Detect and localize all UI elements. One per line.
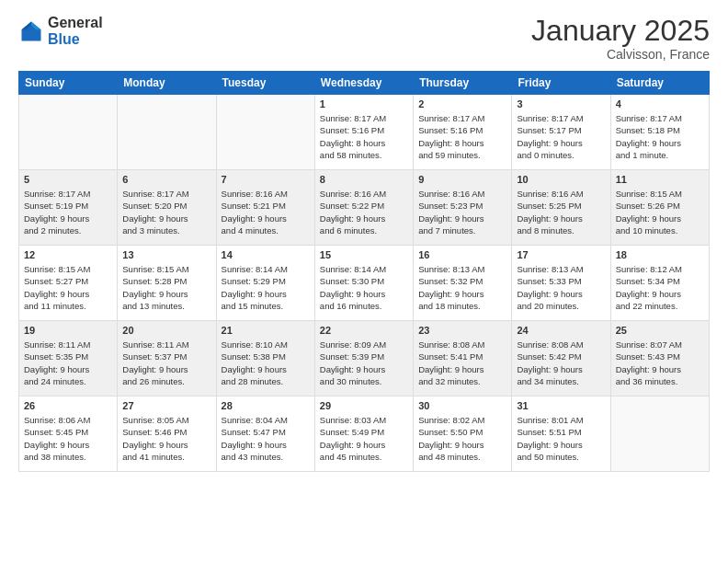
day-info: Sunrise: 8:12 AMSunset: 5:34 PMDaylight:…: [616, 263, 704, 312]
day-info: Sunrise: 8:16 AMSunset: 5:21 PMDaylight:…: [222, 188, 310, 236]
day-info: Sunrise: 8:09 AMSunset: 5:39 PMDaylight:…: [320, 339, 408, 387]
calendar-cell: 12Sunrise: 8:15 AMSunset: 5:27 PMDayligh…: [19, 246, 118, 321]
day-number: 19: [24, 325, 112, 336]
logo-icon: [18, 18, 44, 44]
day-number: 14: [222, 249, 310, 260]
week-row-5: 26Sunrise: 8:06 AMSunset: 5:45 PMDayligh…: [19, 396, 710, 472]
calendar-cell: 20Sunrise: 8:11 AMSunset: 5:37 PMDayligh…: [118, 321, 216, 396]
calendar-cell: 15Sunrise: 8:14 AMSunset: 5:30 PMDayligh…: [314, 246, 413, 321]
day-number: 31: [517, 400, 605, 411]
header-saturday: Saturday: [610, 72, 709, 95]
day-number: 20: [122, 325, 210, 336]
calendar-cell: 31Sunrise: 8:01 AMSunset: 5:51 PMDayligh…: [512, 396, 610, 472]
day-info: Sunrise: 8:01 AMSunset: 5:51 PMDaylight:…: [517, 414, 605, 463]
day-info: Sunrise: 8:17 AMSunset: 5:16 PMDaylight:…: [418, 112, 506, 161]
week-row-2: 5Sunrise: 8:17 AMSunset: 5:19 PMDaylight…: [19, 170, 710, 246]
day-number: 8: [320, 174, 408, 185]
calendar-cell: [19, 95, 118, 170]
day-info: Sunrise: 8:16 AMSunset: 5:22 PMDaylight:…: [320, 188, 408, 236]
calendar-cell: 14Sunrise: 8:14 AMSunset: 5:29 PMDayligh…: [216, 246, 314, 321]
calendar-cell: 5Sunrise: 8:17 AMSunset: 5:19 PMDaylight…: [19, 170, 118, 246]
calendar-cell: 3Sunrise: 8:17 AMSunset: 5:17 PMDaylight…: [512, 95, 610, 170]
day-number: 4: [616, 98, 704, 109]
calendar-cell: 27Sunrise: 8:05 AMSunset: 5:46 PMDayligh…: [118, 396, 216, 472]
header-wednesday: Wednesday: [314, 72, 413, 95]
header-monday: Monday: [118, 72, 216, 95]
calendar-cell: 25Sunrise: 8:07 AMSunset: 5:43 PMDayligh…: [610, 321, 709, 396]
calendar-cell: 18Sunrise: 8:12 AMSunset: 5:34 PMDayligh…: [610, 246, 709, 321]
page: General Blue January 2025 Calvisson, Fra…: [0, 0, 728, 563]
day-info: Sunrise: 8:14 AMSunset: 5:29 PMDaylight:…: [222, 263, 310, 312]
day-number: 1: [320, 98, 408, 109]
day-number: 12: [24, 249, 112, 260]
logo-blue-text: Blue: [48, 31, 103, 48]
calendar-cell: 26Sunrise: 8:06 AMSunset: 5:45 PMDayligh…: [19, 396, 118, 472]
logo-text: General Blue: [48, 15, 103, 47]
day-info: Sunrise: 8:15 AMSunset: 5:26 PMDaylight:…: [616, 188, 704, 236]
day-number: 2: [418, 98, 506, 109]
day-number: 16: [418, 249, 506, 260]
day-info: Sunrise: 8:08 AMSunset: 5:41 PMDaylight:…: [418, 339, 506, 387]
day-number: 18: [616, 249, 704, 260]
day-info: Sunrise: 8:11 AMSunset: 5:37 PMDaylight:…: [122, 339, 210, 387]
calendar-cell: [216, 95, 314, 170]
calendar-cell: 17Sunrise: 8:13 AMSunset: 5:33 PMDayligh…: [512, 246, 610, 321]
calendar-cell: 8Sunrise: 8:16 AMSunset: 5:22 PMDaylight…: [314, 170, 413, 246]
header-friday: Friday: [512, 72, 610, 95]
calendar-cell: 22Sunrise: 8:09 AMSunset: 5:39 PMDayligh…: [314, 321, 413, 396]
calendar-cell: 6Sunrise: 8:17 AMSunset: 5:20 PMDaylight…: [118, 170, 216, 246]
day-number: 30: [418, 400, 506, 411]
day-info: Sunrise: 8:03 AMSunset: 5:49 PMDaylight:…: [320, 414, 408, 463]
calendar-cell: 13Sunrise: 8:15 AMSunset: 5:28 PMDayligh…: [118, 246, 216, 321]
day-info: Sunrise: 8:04 AMSunset: 5:47 PMDaylight:…: [222, 414, 310, 463]
logo-general-text: General: [48, 15, 103, 31]
calendar-cell: 16Sunrise: 8:13 AMSunset: 5:32 PMDayligh…: [414, 246, 512, 321]
day-number: 17: [517, 249, 605, 260]
day-info: Sunrise: 8:15 AMSunset: 5:28 PMDaylight:…: [122, 263, 210, 312]
calendar-cell: 10Sunrise: 8:16 AMSunset: 5:25 PMDayligh…: [512, 170, 610, 246]
day-info: Sunrise: 8:13 AMSunset: 5:32 PMDaylight:…: [418, 263, 506, 312]
day-number: 3: [517, 98, 605, 109]
header-sunday: Sunday: [19, 72, 118, 95]
header: General Blue January 2025 Calvisson, Fra…: [18, 15, 710, 62]
day-number: 5: [24, 174, 112, 185]
calendar-cell: [118, 95, 216, 170]
day-info: Sunrise: 8:17 AMSunset: 5:19 PMDaylight:…: [24, 188, 112, 236]
day-info: Sunrise: 8:17 AMSunset: 5:18 PMDaylight:…: [616, 112, 704, 161]
logo: General Blue: [18, 15, 103, 47]
calendar-cell: 4Sunrise: 8:17 AMSunset: 5:18 PMDaylight…: [610, 95, 709, 170]
calendar-cell: 7Sunrise: 8:16 AMSunset: 5:21 PMDaylight…: [216, 170, 314, 246]
day-number: 10: [517, 174, 605, 185]
calendar-cell: 23Sunrise: 8:08 AMSunset: 5:41 PMDayligh…: [414, 321, 512, 396]
day-number: 26: [24, 400, 112, 411]
week-row-3: 12Sunrise: 8:15 AMSunset: 5:27 PMDayligh…: [19, 246, 710, 321]
day-info: Sunrise: 8:16 AMSunset: 5:25 PMDaylight:…: [517, 188, 605, 236]
calendar-cell: 21Sunrise: 8:10 AMSunset: 5:38 PMDayligh…: [216, 321, 314, 396]
day-number: 27: [122, 400, 210, 411]
calendar-cell: 29Sunrise: 8:03 AMSunset: 5:49 PMDayligh…: [314, 396, 413, 472]
week-row-4: 19Sunrise: 8:11 AMSunset: 5:35 PMDayligh…: [19, 321, 710, 396]
day-info: Sunrise: 8:14 AMSunset: 5:30 PMDaylight:…: [320, 263, 408, 312]
day-info: Sunrise: 8:17 AMSunset: 5:16 PMDaylight:…: [320, 112, 408, 161]
day-info: Sunrise: 8:10 AMSunset: 5:38 PMDaylight:…: [222, 339, 310, 387]
month-title: January 2025: [531, 15, 710, 47]
day-info: Sunrise: 8:06 AMSunset: 5:45 PMDaylight:…: [24, 414, 112, 463]
day-number: 9: [418, 174, 506, 185]
calendar-cell: 9Sunrise: 8:16 AMSunset: 5:23 PMDaylight…: [414, 170, 512, 246]
day-number: 6: [122, 174, 210, 185]
calendar-cell: 11Sunrise: 8:15 AMSunset: 5:26 PMDayligh…: [610, 170, 709, 246]
day-info: Sunrise: 8:11 AMSunset: 5:35 PMDaylight:…: [24, 339, 112, 387]
day-info: Sunrise: 8:16 AMSunset: 5:23 PMDaylight:…: [418, 188, 506, 236]
location-subtitle: Calvisson, France: [531, 47, 710, 62]
day-number: 28: [222, 400, 310, 411]
day-info: Sunrise: 8:05 AMSunset: 5:46 PMDaylight:…: [122, 414, 210, 463]
day-number: 21: [222, 325, 310, 336]
day-info: Sunrise: 8:07 AMSunset: 5:43 PMDaylight:…: [616, 339, 704, 387]
day-number: 7: [222, 174, 310, 185]
day-info: Sunrise: 8:08 AMSunset: 5:42 PMDaylight:…: [517, 339, 605, 387]
day-number: 29: [320, 400, 408, 411]
calendar-cell: 28Sunrise: 8:04 AMSunset: 5:47 PMDayligh…: [216, 396, 314, 472]
weekday-header-row: Sunday Monday Tuesday Wednesday Thursday…: [19, 72, 710, 95]
calendar-cell: [610, 396, 709, 472]
week-row-1: 1Sunrise: 8:17 AMSunset: 5:16 PMDaylight…: [19, 95, 710, 170]
